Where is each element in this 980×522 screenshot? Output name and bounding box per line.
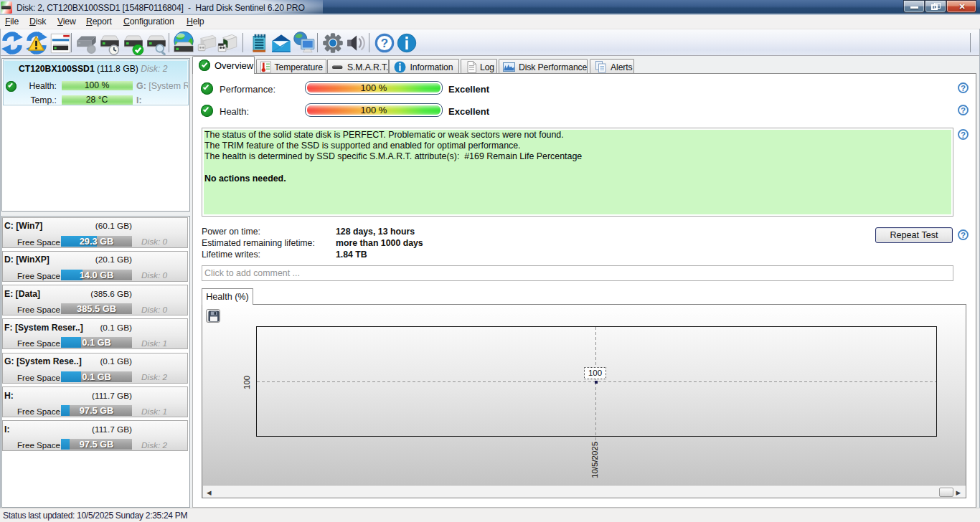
svg-text:?: ?: [381, 37, 388, 50]
